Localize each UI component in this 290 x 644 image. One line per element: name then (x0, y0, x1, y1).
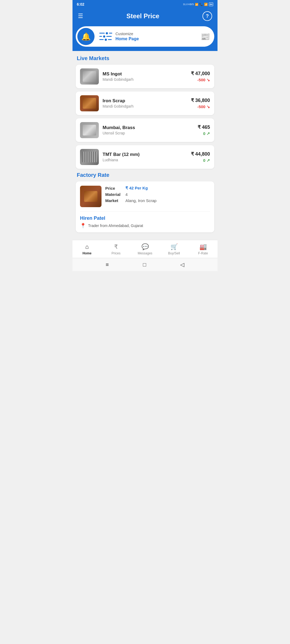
nav-buysell-label: Buy/Sell (168, 251, 180, 255)
market-label: Market (105, 198, 125, 203)
android-nav-bar: ≡ □ ◁ (73, 258, 218, 271)
app-title: Steel Price (126, 12, 160, 20)
home-icon: ⌂ (85, 243, 89, 250)
news-icon: 📰 (201, 32, 210, 41)
call-icon: 📞 (199, 3, 203, 6)
location-pin-icon: 📍 (80, 223, 86, 229)
factory-details: Price ₹ 42 Per Kg Material 4 Market Alan… (105, 186, 210, 207)
mumbai-brass-name: Mumbai, Brass (103, 125, 198, 130)
nav-prices-label: Prices (111, 251, 120, 255)
nav-frate-label: F-Rate (198, 251, 208, 255)
up-arrow-icon-2: ↗ (206, 158, 210, 163)
bell-icon: 🔔 (81, 32, 91, 41)
help-icon: ? (206, 13, 209, 19)
customize-text: Customize Home Page (115, 31, 139, 42)
iron-scrap-info: Iron Scrap Mandi Gobindgarh (99, 98, 191, 108)
app-header: ☰ Steel Price ? (73, 8, 218, 26)
iron-scrap-image (80, 95, 99, 111)
iron-scrap-price: ₹ 36,800 (191, 97, 210, 103)
factory-seller: Hiren Patel 📍 Trader from Ahmedabad, Guj… (76, 212, 214, 232)
customize-label1: Customize (115, 31, 139, 36)
android-home-icon[interactable]: □ (143, 262, 146, 268)
nav-buysell[interactable]: 🛒 Buy/Sell (160, 242, 189, 256)
seller-location: 📍 Trader from Ahmedabad, Gujarat (80, 223, 210, 229)
toolbar: 🔔 Custo (76, 26, 214, 47)
ms-ingot-price: ₹ 47,000 (191, 71, 210, 76)
mumbai-brass-change: 0 ↗ (198, 131, 210, 136)
mumbai-brass-location: Utensil Scrap (103, 131, 198, 135)
price-label: Price (105, 186, 125, 191)
live-markets-title: Live Markets (77, 55, 214, 61)
down-arrow-icon: ↘ (206, 78, 210, 82)
buysell-icon: 🛒 (171, 243, 178, 250)
iron-scrap-location: Mandi Gobindgarh (103, 104, 191, 108)
market-card-iron-scrap[interactable]: Iron Scrap Mandi Gobindgarh ₹ 36,800 -50… (76, 92, 214, 115)
messages-icon: 💬 (142, 243, 149, 250)
tmt-bar-change: 0 ↗ (191, 158, 210, 163)
factory-market-row: Market Alang, Iron Scrap (105, 198, 210, 203)
material-label: Material (105, 192, 125, 197)
ms-ingot-name: MS Ingot (103, 71, 191, 77)
factory-price-value: ₹ 42 Per Kg (125, 186, 148, 191)
mumbai-brass-price: ₹ 465 (198, 124, 210, 130)
prices-icon: ₹ (114, 243, 118, 250)
tmt-bar-price: ₹ 44,800 (191, 151, 210, 157)
factory-rate-image (80, 186, 102, 207)
factory-market-value: Alang, Iron Scrap (125, 198, 157, 203)
tmt-bar-info: TMT Bar (12 mm) Ludhiana (99, 152, 191, 162)
toolbar-container: 🔔 Custo (73, 26, 218, 51)
mumbai-brass-info: Mumbai, Brass Utensil Scrap (99, 125, 198, 135)
wifi-icon: 📶 (195, 3, 198, 6)
nav-messages[interactable]: 💬 Messages (130, 242, 160, 256)
tmt-bar-name: TMT Bar (12 mm) (103, 152, 191, 157)
notification-bell-button[interactable]: 🔔 (77, 28, 95, 45)
factory-rate-card[interactable]: Price ₹ 42 Per Kg Material 4 Market Alan… (76, 181, 214, 232)
factory-price-row: Price ₹ 42 Per Kg (105, 186, 210, 191)
market-card-tmt-bar[interactable]: TMT Bar (12 mm) Ludhiana ₹ 44,800 0 ↗ (76, 145, 214, 169)
iron-scrap-name: Iron Scrap (103, 98, 191, 104)
signal-icon: 📶 (204, 3, 208, 6)
tmt-bar-location: Ludhiana (103, 158, 191, 162)
factory-rate-title: Factory Rate (77, 172, 214, 178)
ms-ingot-info: MS Ingot Mandi Gobindgarh (99, 71, 191, 82)
up-arrow-icon: ↗ (206, 131, 210, 136)
customize-homepage-button[interactable]: Customize Home Page (96, 29, 196, 44)
bottom-nav: ⌂ Home ₹ Prices 💬 Messages 🛒 Buy/Sell 🏭 … (73, 240, 218, 258)
nav-home[interactable]: ⌂ Home (73, 242, 102, 256)
nav-frate[interactable]: 🏭 F-Rate (189, 242, 218, 256)
factory-material-value: 4 (125, 192, 128, 197)
nav-prices[interactable]: ₹ Prices (102, 242, 130, 256)
seller-description: Trader from Ahmedabad, Gujarat (88, 224, 143, 228)
factory-material-row: Material 4 (105, 192, 210, 197)
ms-ingot-price-section: ₹ 47,000 -500 ↘ (191, 71, 210, 82)
down-arrow-icon-2: ↘ (206, 104, 210, 109)
factory-main: Price ₹ 42 Per Kg Material 4 Market Alan… (76, 181, 214, 211)
sliders-icon (99, 32, 112, 41)
main-content: Live Markets MS Ingot Mandi Gobindgarh ₹… (73, 51, 218, 240)
nav-home-label: Home (82, 251, 91, 255)
menu-icon[interactable]: ☰ (78, 13, 83, 20)
market-card-mumbai-brass[interactable]: Mumbai, Brass Utensil Scrap ₹ 465 0 ↗ (76, 118, 214, 142)
mumbai-brass-price-section: ₹ 465 0 ↗ (198, 124, 210, 136)
ms-ingot-change: -500 ↘ (191, 78, 210, 82)
news-button[interactable]: 📰 (196, 30, 214, 43)
frate-icon: 🏭 (200, 243, 207, 250)
battery-icon: 64 (209, 2, 213, 6)
data-speed: 31.0 KB/S (183, 3, 194, 6)
ms-ingot-image (80, 68, 99, 85)
help-button[interactable]: ? (202, 11, 212, 21)
status-icons: 31.0 KB/S 📶 📞 📶 64 (183, 2, 213, 6)
android-back-icon[interactable]: ◁ (180, 261, 184, 268)
customize-label2: Home Page (115, 36, 139, 42)
status-time: 6:02 (77, 2, 84, 6)
tmt-bar-image (80, 149, 99, 165)
seller-name: Hiren Patel (80, 215, 210, 221)
iron-scrap-change: -500 ↘ (191, 104, 210, 109)
android-menu-icon[interactable]: ≡ (106, 262, 109, 268)
status-bar: 6:02 31.0 KB/S 📶 📞 📶 64 (73, 0, 218, 8)
ms-ingot-location: Mandi Gobindgarh (103, 77, 191, 82)
nav-messages-label: Messages (138, 251, 153, 255)
market-card-ms-ingot[interactable]: MS Ingot Mandi Gobindgarh ₹ 47,000 -500 … (76, 65, 214, 88)
mumbai-brass-image (80, 122, 99, 138)
iron-scrap-price-section: ₹ 36,800 -500 ↘ (191, 97, 210, 109)
